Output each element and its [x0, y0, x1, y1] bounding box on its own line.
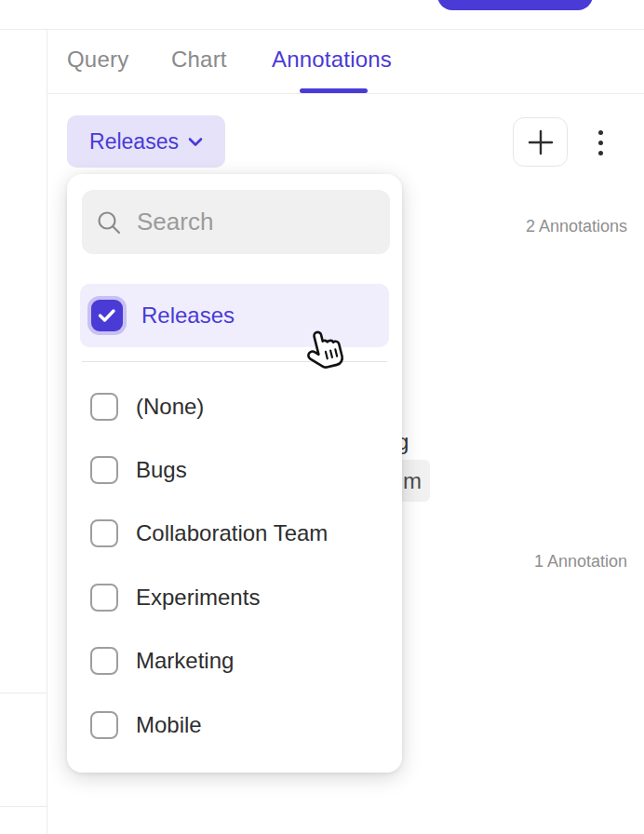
checkbox-checked[interactable] [91, 300, 123, 331]
search-input[interactable] [137, 208, 377, 236]
option-label: Mobile [136, 712, 202, 738]
top-divider [0, 29, 644, 30]
option-experiments[interactable]: Experiments [67, 566, 402, 629]
checkbox-unchecked[interactable] [90, 519, 118, 547]
left-panel-border [47, 29, 47, 834]
kebab-icon [598, 141, 603, 145]
option-none[interactable]: (None) [67, 375, 402, 438]
option-label: Collaboration Team [136, 520, 328, 546]
releases-filter-label: Releases [89, 129, 179, 155]
kebab-icon [598, 130, 603, 135]
option-collaboration-team[interactable]: Collaboration Team [67, 502, 402, 565]
left-panel-divider [0, 806, 47, 807]
dropdown-search[interactable] [82, 190, 390, 254]
kebab-icon [598, 151, 603, 155]
tab-annotations[interactable]: Annotations [272, 47, 392, 73]
active-tab-underline [300, 88, 368, 93]
tabbar-divider [47, 93, 644, 94]
tab-chart[interactable]: Chart [171, 47, 227, 73]
checkbox-unchecked[interactable] [90, 711, 118, 739]
left-panel-divider [0, 693, 47, 693]
plus-icon [527, 128, 555, 156]
option-label: Releases [141, 303, 235, 329]
checkbox-unchecked[interactable] [90, 393, 118, 421]
option-label: Marketing [136, 648, 234, 674]
option-label: Experiments [136, 585, 260, 611]
option-mobile[interactable]: Mobile [67, 693, 402, 757]
checkbox-unchecked[interactable] [90, 456, 118, 484]
option-bugs[interactable]: Bugs [67, 438, 402, 502]
add-annotation-button[interactable] [513, 117, 568, 167]
option-label: Bugs [136, 457, 187, 483]
tab-query[interactable]: Query [67, 47, 128, 73]
primary-cta-button[interactable] [437, 0, 593, 10]
chevron-down-icon [188, 137, 203, 147]
option-marketing[interactable]: Marketing [67, 629, 402, 693]
search-icon [96, 209, 122, 235]
option-label: (None) [136, 394, 204, 420]
checkbox-unchecked[interactable] [90, 647, 118, 675]
releases-dropdown-panel: Releases (None) Bugs Collaboration Team … [67, 174, 402, 773]
annotation-count-group1: 2 Annotations [526, 217, 627, 236]
checkmark-icon [98, 308, 116, 323]
more-options-button[interactable] [588, 121, 613, 164]
releases-filter-button[interactable]: Releases [67, 115, 225, 168]
checkbox-unchecked[interactable] [90, 584, 118, 612]
annotations-screen: Query Chart Annotations Releases 2 Annot… [0, 0, 644, 834]
hand-pointer-icon [305, 328, 348, 376]
annotation-count-group2: 1 Annotation [534, 552, 627, 572]
